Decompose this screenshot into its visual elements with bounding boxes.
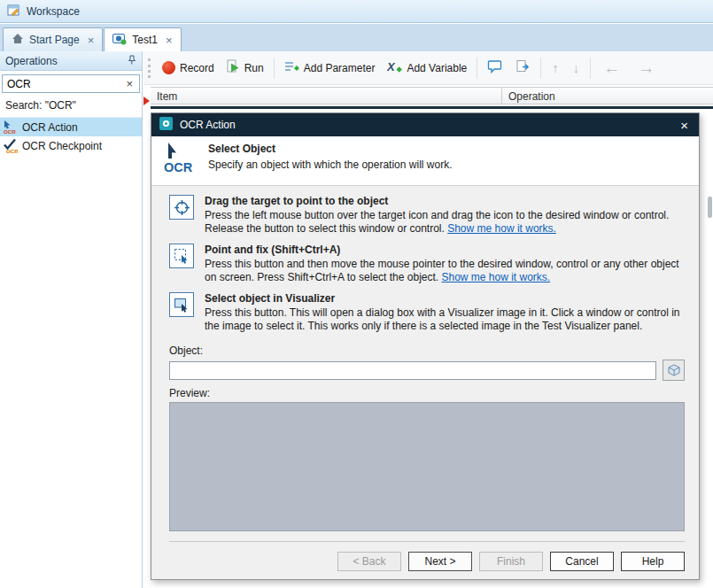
show-me-how-link[interactable]: Show me how it works. <box>441 271 550 283</box>
operations-panel-header: Operations <box>0 51 142 71</box>
show-me-how-link[interactable]: Show me how it works. <box>447 222 556 235</box>
object-input[interactable] <box>169 361 656 380</box>
add-variable-button[interactable]: X Add Variable <box>382 56 472 81</box>
operations-search-box: × <box>2 74 140 93</box>
column-header-item[interactable]: Item <box>151 88 502 104</box>
visualizer-select-button[interactable] <box>169 292 194 317</box>
next-button[interactable]: Next > <box>408 552 472 571</box>
dialog-heading-band: OCR Select Object Specify an object with… <box>151 136 699 186</box>
home-icon <box>12 33 24 47</box>
run-icon <box>227 59 240 76</box>
document-tab-bar: Start Page × Test1 × <box>0 24 713 51</box>
add-variable-label: Add Variable <box>407 62 467 74</box>
help-button[interactable]: Help <box>621 552 685 571</box>
cancel-button[interactable]: Cancel <box>550 552 614 571</box>
back-button[interactable]: < Back <box>337 552 401 571</box>
toolbar-separator <box>274 58 275 79</box>
comment-bubble-icon <box>487 59 503 76</box>
sidebar-item-ocr-action[interactable]: OCR OCR Action <box>0 118 142 136</box>
add-parameter-button[interactable]: Add Parameter <box>279 56 381 81</box>
sidebar-item-ocr-checkpoint[interactable]: OCR OCR Checkpoint <box>0 136 142 155</box>
object-field-row <box>169 360 685 381</box>
sidebar-item-label: OCR Action <box>22 121 78 134</box>
object-browse-button[interactable] <box>663 360 685 381</box>
toolbar-separator <box>590 58 591 79</box>
object-label: Object: <box>169 344 685 358</box>
outdent-icon[interactable]: ← <box>595 58 628 78</box>
add-variable-icon: X <box>387 60 402 76</box>
ocr-logo-icon: OCR <box>162 142 199 178</box>
option-text: Press the left mouse button over the tar… <box>205 209 669 235</box>
indent-icon[interactable]: → <box>630 58 663 78</box>
close-tab-icon[interactable]: × <box>166 35 173 46</box>
point-and-fix-button[interactable] <box>169 244 194 268</box>
workspace-window: Workspace Start Page × Test1 × Operation… <box>0 0 713 588</box>
test-icon <box>112 33 127 48</box>
dialog-title-bar[interactable]: OCR Action × <box>151 113 699 136</box>
export-document-button[interactable] <box>510 55 536 81</box>
option-drag-target: Drag the target to point to the object P… <box>169 195 685 236</box>
column-header-operation[interactable]: Operation <box>502 88 713 104</box>
toolbar-separator <box>477 58 477 79</box>
option-select-in-visualizer: Select object in Visualizer Press this b… <box>169 292 685 333</box>
vertical-scrollbar[interactable] <box>708 197 712 218</box>
operations-panel: Operations × Search: "OCR" OCR OCR Actio… <box>0 51 143 588</box>
sidebar-item-label: OCR Checkpoint <box>22 140 102 152</box>
search-input[interactable] <box>3 78 120 90</box>
current-row-indicator <box>151 106 713 109</box>
drag-target-button[interactable] <box>169 195 194 220</box>
finish-button[interactable]: Finish <box>479 552 543 571</box>
dialog-close-icon[interactable]: × <box>678 118 691 133</box>
pin-icon[interactable] <box>127 55 136 67</box>
dialog-footer: < Back Next > Finish Cancel Help <box>169 541 685 571</box>
record-icon <box>162 61 175 74</box>
window-title: Workspace <box>27 5 80 18</box>
preview-label: Preview: <box>169 387 685 400</box>
ocr-checkpoint-icon: OCR <box>3 138 18 153</box>
toolbar-separator <box>540 58 541 79</box>
row-marker-icon <box>143 97 150 105</box>
svg-text:OCR: OCR <box>4 128 16 135</box>
option-text: Press this button. This will open a dial… <box>205 306 679 332</box>
move-up-icon[interactable]: ↑ <box>546 60 565 75</box>
option-point-and-fix: Point and fix (Shift+Ctrl+A) Press this … <box>169 244 685 284</box>
svg-text:OCR: OCR <box>6 148 18 154</box>
option-description: Press this button and then move the mous… <box>205 258 685 284</box>
close-tab-icon[interactable]: × <box>88 35 95 46</box>
clear-search-icon[interactable]: × <box>120 77 139 90</box>
add-parameter-icon <box>284 60 299 76</box>
add-parameter-label: Add Parameter <box>304 62 376 74</box>
workspace-icon <box>7 4 20 19</box>
option-title: Drag the target to point to the object <box>205 195 685 208</box>
dialog-body: Drag the target to point to the object P… <box>151 186 699 579</box>
dialog-heading: Select Object <box>208 143 452 155</box>
move-down-icon[interactable]: ↓ <box>567 60 586 75</box>
run-label: Run <box>244 62 264 74</box>
record-label: Record <box>180 62 214 74</box>
tab-label: Test1 <box>132 34 158 46</box>
record-button[interactable]: Record <box>157 57 220 79</box>
dialog-title: OCR Action <box>180 119 236 131</box>
tab-label: Start Page <box>29 34 80 46</box>
option-title: Point and fix (Shift+Ctrl+A) <box>205 244 685 257</box>
test-editor-toolbar: Record Run Add Parameter X Add Variable <box>143 51 713 85</box>
title-bar: Workspace <box>0 0 713 23</box>
test-grid-header: Item Operation <box>151 87 713 104</box>
option-description: Press this button. This will open a dial… <box>205 306 685 333</box>
tab-start-page[interactable]: Start Page × <box>3 27 103 51</box>
tab-test1[interactable]: Test1 × <box>104 27 181 51</box>
comment-button[interactable] <box>482 55 508 81</box>
option-description: Press the left mouse button over the tar… <box>205 209 685 236</box>
preview-area <box>169 402 685 531</box>
toolbar-grip[interactable] <box>148 58 151 78</box>
ocr-action-icon: OCR <box>3 120 18 135</box>
option-title: Select object in Visualizer <box>205 292 685 306</box>
run-button[interactable]: Run <box>221 55 269 81</box>
svg-text:X: X <box>387 60 396 74</box>
search-result-caption: Search: "OCR" <box>0 93 142 118</box>
panel-title: Operations <box>5 55 58 67</box>
dialog-subheading: Specify an object with which the operati… <box>208 159 452 171</box>
svg-text:OCR: OCR <box>164 160 193 174</box>
document-export-icon <box>515 59 531 76</box>
ocr-action-dialog: OCR Action × OCR Select Object Specify a… <box>151 112 700 580</box>
